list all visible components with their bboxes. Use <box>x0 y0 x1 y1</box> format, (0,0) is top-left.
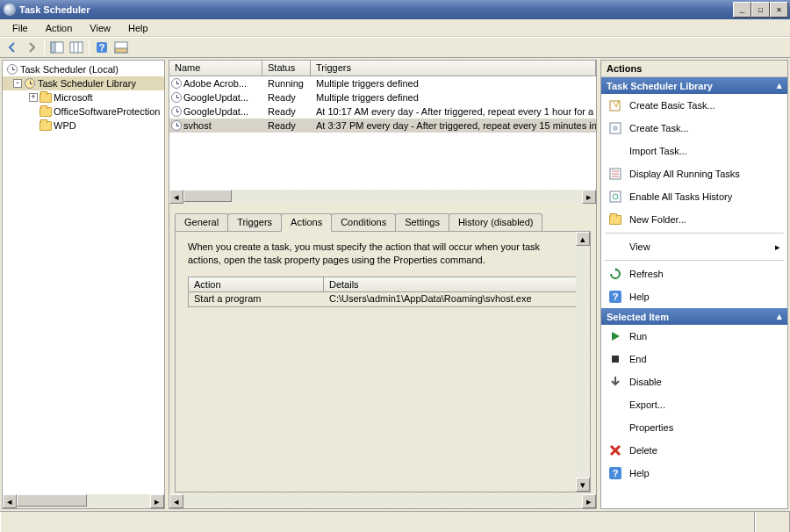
maximize-button[interactable]: ☐ <box>751 2 770 18</box>
action-delete[interactable]: Delete <box>601 439 787 462</box>
tree-item-label: OfficeSoftwareProtection <box>54 106 160 117</box>
action-end[interactable]: End <box>601 348 787 370</box>
clock-icon <box>171 106 182 117</box>
list-hscrollbar[interactable]: ◂ ▸ <box>169 190 596 204</box>
scroll-right-icon[interactable]: ▸ <box>582 190 596 204</box>
svg-rect-8 <box>115 48 127 53</box>
action-create-task[interactable]: Create Task... <box>601 117 787 140</box>
tab-conditions[interactable]: Conditions <box>331 213 396 231</box>
scroll-left-icon[interactable]: ◂ <box>169 494 183 508</box>
task-status: Ready <box>262 106 311 117</box>
history-icon <box>608 190 622 204</box>
action-export[interactable]: Export... <box>601 393 787 416</box>
run-icon <box>608 329 622 343</box>
action-view[interactable]: View▸ <box>601 235 787 258</box>
expander-minus-icon[interactable]: - <box>13 79 22 88</box>
task-name: Adobe Acrob... <box>183 78 247 89</box>
task-triggers: Multiple triggers defined <box>311 78 596 89</box>
folder-icon <box>40 91 52 104</box>
tab-general[interactable]: General <box>175 213 228 231</box>
section-selected[interactable]: Selected Item ▴ <box>601 308 787 325</box>
task-row[interactable]: Adobe Acrob...RunningMultiple triggers d… <box>169 76 596 90</box>
task-row[interactable]: GoogleUpdat...ReadyMultiple triggers def… <box>169 90 596 104</box>
tab-settings[interactable]: Settings <box>395 213 449 231</box>
action-refresh[interactable]: Refresh <box>601 262 787 285</box>
back-button[interactable] <box>4 39 21 56</box>
tree-item-wpd[interactable]: WPD <box>3 119 164 133</box>
action-new-folder[interactable]: New Folder... <box>601 208 787 231</box>
actions-table-row[interactable]: Start a program C:\Users\admin1\AppData\… <box>189 292 577 306</box>
scroll-left-icon[interactable]: ◂ <box>169 190 183 204</box>
task-name: svhost <box>183 120 212 131</box>
section-library[interactable]: Task Scheduler Library ▴ <box>601 77 787 94</box>
action-properties[interactable]: Properties <box>601 416 787 439</box>
svg-text:?: ? <box>613 468 619 478</box>
action-help[interactable]: ?Help <box>601 462 787 485</box>
action-help[interactable]: ?Help <box>601 285 787 308</box>
actions-description: When you create a task, you must specify… <box>188 241 578 268</box>
toolbar-columns-icon[interactable] <box>68 39 85 56</box>
action-disable[interactable]: Disable <box>601 370 787 393</box>
menu-file[interactable]: File <box>4 21 37 35</box>
none-icon <box>608 421 622 435</box>
scroll-down-icon[interactable]: ▾ <box>576 478 590 492</box>
refresh-icon <box>608 267 622 281</box>
submenu-arrow-icon: ▸ <box>775 241 780 253</box>
tab-history-disabled-[interactable]: History (disabled) <box>449 213 543 231</box>
tree-library[interactable]: - Task Scheduler Library <box>3 76 164 90</box>
action-label: Refresh <box>629 269 780 279</box>
svg-text:?: ? <box>99 42 105 53</box>
section-selected-label: Selected Item <box>607 312 669 322</box>
action-label: View <box>629 241 768 252</box>
action-import-task[interactable]: Import Task... <box>601 140 787 162</box>
action-label: Export... <box>629 399 780 410</box>
task-list: Name Status Triggers Adobe Acrob...Runni… <box>169 61 596 204</box>
statusbar <box>0 511 790 532</box>
tab-triggers[interactable]: Triggers <box>227 213 282 231</box>
scroll-right-icon[interactable]: ▸ <box>582 494 596 508</box>
action-display-all-running-tasks[interactable]: Display All Running Tasks <box>601 162 787 185</box>
expander-plus-icon[interactable]: + <box>29 93 38 102</box>
section-library-label: Task Scheduler Library <box>607 81 713 91</box>
action-label: Help <box>629 468 780 478</box>
toolbar-help-icon[interactable]: ? <box>93 39 111 56</box>
forward-button[interactable] <box>23 39 40 56</box>
action-create-basic-task[interactable]: Create Basic Task... <box>601 94 787 117</box>
details-vscrollbar[interactable]: ▴ ▾ <box>576 232 590 492</box>
col-name[interactable]: Name <box>169 61 262 75</box>
toolbar-preview-icon[interactable] <box>112 39 130 56</box>
action-cell: Start a program <box>189 292 324 306</box>
action-run[interactable]: Run <box>601 325 787 348</box>
scroll-left-icon[interactable]: ◂ <box>3 494 17 508</box>
task-name: GoogleUpdat... <box>183 106 248 117</box>
wizard-icon <box>608 98 622 112</box>
col-status[interactable]: Status <box>262 61 311 75</box>
toolbar-panes-icon[interactable] <box>48 39 66 56</box>
menu-help[interactable]: Help <box>119 21 157 35</box>
col-triggers[interactable]: Triggers <box>311 61 596 75</box>
menu-view[interactable]: View <box>81 21 119 35</box>
action-enable-all-tasks-history[interactable]: Enable All Tasks History <box>601 185 787 208</box>
menu-action[interactable]: Action <box>37 21 82 35</box>
tree-hscrollbar[interactable]: ◂ ▸ <box>3 494 164 508</box>
svg-point-11 <box>613 126 618 131</box>
task-row[interactable]: svhostReadyAt 3:37 PM every day - After … <box>169 119 596 133</box>
clock-icon <box>171 92 182 103</box>
col-details[interactable]: Details <box>324 277 577 291</box>
tab-actions[interactable]: Actions <box>281 213 332 232</box>
tree-item-office[interactable]: OfficeSoftwareProtection <box>3 104 164 119</box>
center-hscrollbar[interactable]: ◂ ▸ <box>169 494 596 508</box>
tree-pane: Task Scheduler (Local) - Task Scheduler … <box>2 60 165 509</box>
tree-item-microsoft[interactable]: + Microsoft <box>3 90 164 104</box>
scroll-right-icon[interactable]: ▸ <box>150 494 164 508</box>
tree-root[interactable]: Task Scheduler (Local) <box>3 62 164 76</box>
tree-item-label: Microsoft <box>54 92 93 103</box>
scroll-up-icon[interactable]: ▴ <box>576 232 590 246</box>
task-row[interactable]: GoogleUpdat...ReadyAt 10:17 AM every day… <box>169 104 596 119</box>
folder-icon <box>608 212 622 226</box>
close-button[interactable]: ✕ <box>770 2 788 18</box>
action-label: Create Basic Task... <box>629 100 780 111</box>
task-status: Ready <box>262 120 311 131</box>
col-action[interactable]: Action <box>189 277 324 291</box>
minimize-button[interactable]: _ <box>733 2 751 18</box>
